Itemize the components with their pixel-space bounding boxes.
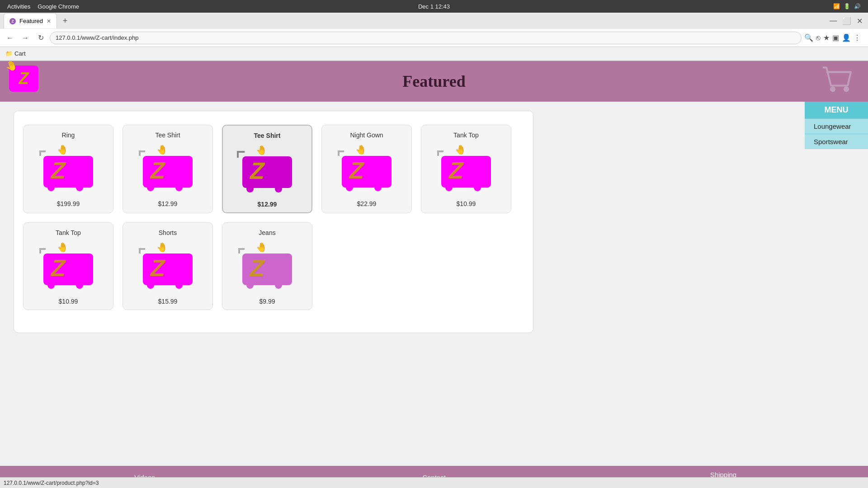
svg-text:🤚: 🤚 — [156, 242, 168, 253]
svg-point-31 — [76, 282, 83, 289]
product-card-nightgown[interactable]: Night Gown 🤚 Z — [321, 125, 412, 213]
store-logo[interactable]: 🤚 Z — [9, 66, 45, 97]
svg-text:🤚: 🤚 — [256, 242, 267, 253]
svg-point-40 — [246, 282, 254, 289]
menu-header: MENU — [805, 102, 868, 118]
svg-text:🤚: 🤚 — [355, 144, 367, 155]
folder-icon: 📁 — [5, 50, 13, 57]
forward-button[interactable]: → — [19, 32, 32, 44]
svg-point-20 — [346, 184, 353, 191]
os-bar-right: 📶 🔋 🔊 — [833, 3, 861, 9]
volume-icon: 🔊 — [854, 3, 861, 9]
svg-point-36 — [175, 282, 183, 289]
product-name-ring: Ring — [62, 131, 75, 139]
os-bar: Activities Google Chrome Dec 1 12:43 📶 🔋… — [0, 0, 868, 13]
header-cart-icon[interactable] — [818, 63, 854, 100]
product-name-nightgown: Night Gown — [350, 131, 383, 139]
svg-text:Z: Z — [150, 255, 166, 281]
address-bar[interactable]: 127.0.0.1/www/Z-cart/index.php — [50, 32, 802, 44]
svg-text:Z: Z — [50, 157, 66, 183]
status-bar: 127.0.0.1/www/Z-cart/product.php?id=3 — [0, 477, 868, 488]
product-name-teeshirt1: Tee Shirt — [155, 131, 180, 139]
product-price-ring: $199.99 — [57, 200, 80, 207]
address-bar-row: ← → ↻ 127.0.0.1/www/Z-cart/index.php 🔍 ⎋… — [0, 29, 868, 47]
product-image-teeshirt1: 🤚 Z — [132, 142, 204, 197]
reload-button[interactable]: ↻ — [34, 32, 47, 44]
menu-sidebar: MENU Loungewear Sportswear — [805, 102, 868, 149]
tab-bar-close[interactable]: ✕ — [855, 15, 864, 27]
browser-toolbar-right: 🔍 ⎋ ★ ▣ 👤 ⋮ — [804, 33, 864, 42]
svg-point-11 — [175, 184, 183, 191]
product-card-teeshirt1[interactable]: Tee Shirt 🤚 Z — [123, 125, 213, 213]
bookmark-cart[interactable]: 📁 Cart — [5, 50, 26, 57]
url-text: 127.0.0.1/www/Z-cart/index.php — [56, 34, 139, 41]
product-name-tanktop1: Tank Top — [453, 131, 479, 139]
svg-point-35 — [147, 282, 154, 289]
extensions-icon[interactable]: ▣ — [832, 33, 839, 42]
status-url: 127.0.0.1/www/Z-cart/product.php?id=3 — [4, 480, 99, 486]
product-card-shorts[interactable]: Shorts 🤚 Z — [123, 222, 213, 310]
product-image-tanktop2: 🤚 Z — [32, 240, 104, 294]
product-image-nightgown: 🤚 Z — [330, 142, 403, 197]
battery-icon: 🔋 — [844, 3, 850, 9]
product-container: Ring 🤚 Z $1 — [14, 111, 533, 333]
product-image-teeshirt2: 🤚 Z — [231, 143, 303, 197]
product-price-tanktop2: $10.99 — [59, 298, 78, 305]
profile-icon[interactable]: 👤 — [842, 33, 851, 42]
product-card-jeans[interactable]: Jeans 🤚 Z $ — [222, 222, 312, 310]
back-button[interactable]: ← — [4, 32, 16, 44]
product-row-1: Ring 🤚 Z $1 — [23, 125, 524, 213]
tab-bar: Z Featured ✕ + — ⬜ ✕ — [0, 13, 868, 29]
product-price-jeans: $9.99 — [259, 298, 275, 305]
product-image-ring: 🤚 Z — [32, 142, 104, 197]
tab-close-button[interactable]: ✕ — [47, 18, 51, 24]
svg-text:Z: Z — [448, 157, 464, 183]
svg-text:Z: Z — [50, 255, 66, 281]
store-header: 🤚 Z Featured — [0, 61, 868, 102]
product-card-tanktop1[interactable]: Tank Top 🤚 Z — [421, 125, 511, 213]
product-row-2: Tank Top 🤚 Z — [23, 222, 524, 310]
menu-dots-icon[interactable]: ⋮ — [854, 33, 861, 42]
menu-item-loungewear[interactable]: Loungewear — [805, 118, 868, 134]
logo-hand: 🤚 — [4, 61, 19, 74]
svg-text:🤚: 🤚 — [57, 144, 68, 155]
svg-point-0 — [830, 87, 835, 92]
page-content: 🤚 Z Featured MENU Loungewear Sportswear — [0, 61, 868, 488]
product-name-shorts: Shorts — [159, 229, 177, 236]
product-price-teeshirt2: $12.99 — [258, 201, 277, 208]
product-card-teeshirt2[interactable]: Tee Shirt 🤚 Z — [222, 125, 312, 213]
share-icon[interactable]: ⎋ — [816, 34, 821, 42]
bookmarks-bar: 📁 Cart — [0, 47, 868, 61]
product-name-jeans: Jeans — [259, 229, 275, 236]
activities-label[interactable]: Activities — [7, 3, 30, 10]
menu-item-sportswear[interactable]: Sportswear — [805, 134, 868, 149]
network-icon: 📶 — [833, 3, 840, 9]
search-icon[interactable]: 🔍 — [804, 33, 813, 42]
svg-text:Z: Z — [349, 157, 365, 183]
tab-bar-minimize[interactable]: — — [828, 15, 839, 27]
os-datetime: Dec 1 12:43 — [418, 3, 450, 10]
product-price-teeshirt1: $12.99 — [158, 200, 178, 207]
browser-label[interactable]: Google Chrome — [38, 3, 79, 10]
new-tab-button[interactable]: + — [59, 14, 71, 27]
svg-text:Z: Z — [249, 255, 265, 281]
product-name-teeshirt2: Tee Shirt — [254, 132, 281, 139]
bookmark-icon[interactable]: ★ — [823, 33, 830, 42]
svg-text:Z: Z — [150, 157, 166, 183]
svg-point-30 — [47, 282, 55, 289]
tab-bar-maximize[interactable]: ⬜ — [840, 15, 853, 27]
browser-chrome: Z Featured ✕ + — ⬜ ✕ ← → ↻ 127.0.0.1/www… — [0, 13, 868, 61]
logo-background: 🤚 Z — [9, 66, 38, 92]
bookmark-cart-label: Cart — [14, 50, 26, 57]
product-price-shorts: $15.99 — [158, 298, 178, 305]
product-image-tanktop1: 🤚 Z — [430, 142, 502, 197]
svg-point-25 — [445, 184, 453, 191]
svg-text:🤚: 🤚 — [156, 144, 168, 155]
active-tab[interactable]: Z Featured ✕ — [4, 13, 57, 28]
os-bar-left: Activities Google Chrome — [7, 3, 79, 10]
product-price-nightgown: $22.99 — [357, 200, 377, 207]
svg-point-5 — [47, 184, 55, 191]
product-card-tanktop2[interactable]: Tank Top 🤚 Z — [23, 222, 113, 310]
product-name-tanktop2: Tank Top — [56, 229, 81, 236]
product-card-ring[interactable]: Ring 🤚 Z $1 — [23, 125, 113, 213]
